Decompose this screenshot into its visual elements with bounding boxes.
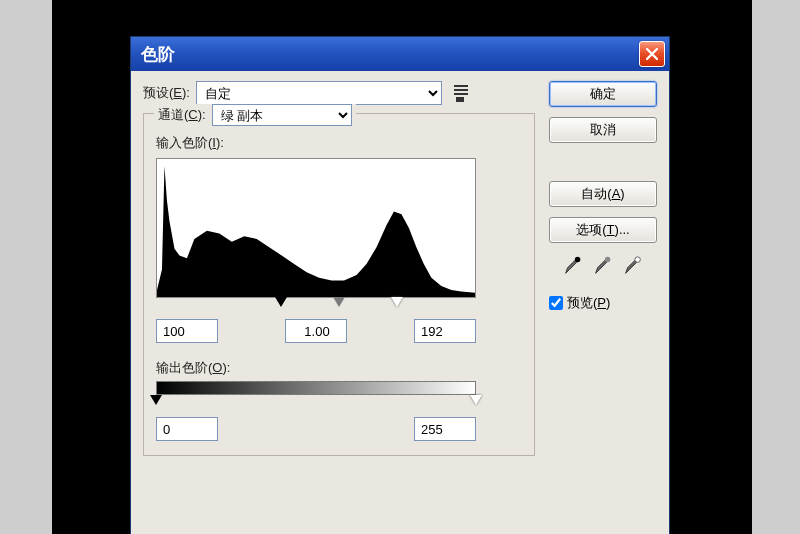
histogram-svg [157, 159, 475, 297]
options-button[interactable]: 选项(T)... [549, 217, 657, 243]
output-values-row [156, 417, 476, 441]
dialog-title: 色阶 [141, 43, 175, 66]
output-gradient [156, 381, 476, 395]
close-icon [646, 48, 658, 60]
input-white-field[interactable] [414, 319, 476, 343]
output-levels-label: 输出色阶(O): [156, 359, 522, 377]
channel-label: 通道(C): [158, 106, 206, 124]
svg-point-0 [575, 257, 581, 263]
preset-row: 预设(E): 自定 [143, 81, 535, 105]
ok-button[interactable]: 确定 [549, 81, 657, 107]
output-black-field[interactable] [156, 417, 218, 441]
input-gamma-slider[interactable] [333, 297, 345, 307]
output-slider-track[interactable] [156, 395, 476, 409]
svg-point-1 [605, 257, 611, 263]
output-white-field[interactable] [414, 417, 476, 441]
eyedropper-black-icon[interactable] [562, 255, 584, 280]
input-black-field[interactable] [156, 319, 218, 343]
input-slider-track[interactable] [156, 297, 476, 311]
eyedropper-row [549, 255, 657, 280]
close-button[interactable] [639, 41, 665, 67]
input-black-slider[interactable] [275, 297, 287, 307]
levels-dialog: 色阶 预设(E): 自定 通道(C): 绿 副本 [130, 36, 670, 534]
preview-checkbox[interactable] [549, 296, 563, 310]
output-white-slider[interactable] [470, 395, 482, 405]
cancel-button[interactable]: 取消 [549, 117, 657, 143]
preview-checkbox-row[interactable]: 预览(P) [549, 294, 657, 312]
auto-button[interactable]: 自动(A) [549, 181, 657, 207]
eyedropper-gray-icon[interactable] [592, 255, 614, 280]
input-levels-label: 输入色阶(I): [156, 134, 522, 152]
channel-select[interactable]: 绿 副本 [212, 104, 352, 126]
eyedropper-white-icon[interactable] [622, 255, 644, 280]
preset-select[interactable]: 自定 [196, 81, 442, 105]
channel-row: 通道(C): 绿 副本 [154, 104, 356, 126]
preset-label: 预设(E): [143, 84, 190, 102]
titlebar: 色阶 [131, 37, 669, 71]
output-black-slider[interactable] [150, 395, 162, 405]
input-white-slider[interactable] [391, 297, 403, 307]
levels-fieldset: 通道(C): 绿 副本 输入色阶(I): [143, 113, 535, 456]
svg-point-2 [635, 257, 641, 263]
preset-menu-icon[interactable] [454, 84, 472, 102]
histogram [156, 158, 476, 298]
input-values-row [156, 319, 476, 343]
input-gamma-field[interactable] [285, 319, 347, 343]
preview-label: 预览(P) [567, 294, 610, 312]
